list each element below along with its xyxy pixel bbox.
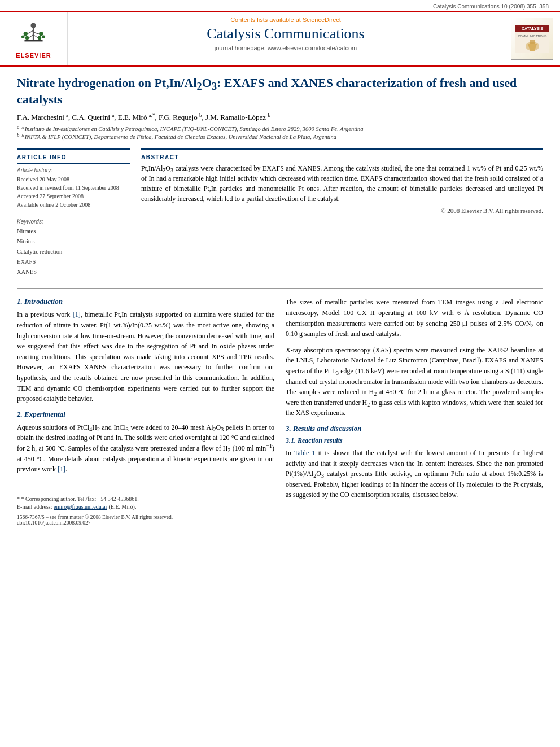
keywords-list: Nitrates Nitrites Catalytic reduction EX… — [17, 226, 130, 277]
keyword-5: XANES — [17, 267, 130, 277]
received-date: Received 20 May 2008 — [17, 175, 130, 184]
right-para-1: The sizes of metallic particles were mea… — [286, 297, 543, 339]
info-dates: Received 20 May 2008 Received in revised… — [17, 175, 130, 209]
experimental-title: 2. Experimental — [17, 410, 274, 419]
left-col: ARTICLE INFO Article history: Received 2… — [17, 148, 130, 277]
svg-point-10 — [38, 36, 41, 39]
svg-text:COMMUNICATIONS: COMMUNICATIONS — [518, 34, 546, 38]
affiliation-b: b ᵇ INFTA & IFLP (CONICET), Departamento… — [17, 133, 543, 140]
copyright-text: 1566-7367/$ – see front matter © 2008 El… — [17, 514, 274, 520]
elsevier-logo: ELSEVIER — [16, 19, 51, 59]
abstract-section: ABSTRACT Pt,In/Al2O3 catalysts were char… — [141, 148, 543, 214]
accepted-date: Accepted 27 September 2008 — [17, 192, 130, 200]
keyword-4: EXAFS — [17, 257, 130, 267]
affiliations: a ᵃ Instituto de Investigaciones en Catá… — [17, 125, 543, 140]
right-para-2: X-ray absorption spectroscopy (XAS) spec… — [286, 345, 543, 418]
page-wrapper: Catalysis Communications 10 (2008) 355–3… — [0, 0, 560, 747]
article-title: Nitrate hydrogenation on Pt,In/Al2O3: EX… — [17, 75, 543, 107]
article-info-section: ARTICLE INFO Article history: Received 2… — [17, 148, 130, 277]
keyword-3: Catalytic reduction — [17, 247, 130, 257]
svg-rect-18 — [530, 40, 535, 44]
intro-text: In a previous work [1], bimetallic Pt,In… — [17, 309, 274, 404]
catalysis-logo: CATALYSIS COMMUNICATIONS — [511, 18, 553, 60]
right-col: ABSTRACT Pt,In/Al2O3 catalysts were char… — [141, 148, 543, 277]
header-section: ELSEVIER Contents lists available at Sci… — [0, 11, 560, 67]
authors-line: F.A. Marchesini a, C.A. Querini a, E.E. … — [17, 113, 543, 122]
results-title: 3. Results and discussion — [286, 424, 543, 433]
info-divider — [17, 163, 130, 164]
journal-homepage: journal homepage: www.elsevier.com/locat… — [73, 45, 498, 51]
svg-text:CATALYSIS: CATALYSIS — [522, 27, 543, 30]
available-date: Available online 2 October 2008 — [17, 200, 130, 209]
abstract-text: Pt,In/Al2O3 catalysts were characterized… — [141, 163, 543, 204]
svg-point-1 — [30, 23, 36, 28]
history-label: Article history: — [17, 167, 130, 173]
catalysis-logo-image: CATALYSIS COMMUNICATIONS — [515, 25, 549, 53]
intro-title: 1. Introduction — [17, 297, 274, 306]
footnotes-section: * * Corresponding author. Tel./fax: +54 … — [17, 492, 274, 510]
svg-point-8 — [39, 32, 43, 36]
doi-text: doi:10.1016/j.catcom.2008.09.027 — [17, 520, 274, 526]
elsevier-logo-container: ELSEVIER — [0, 12, 68, 65]
article-info-header: ARTICLE INFO — [17, 154, 130, 160]
results-subsection-title: 3.1. Reaction results — [286, 436, 543, 445]
svg-rect-0 — [24, 40, 42, 41]
sciencedirect-line: Contents lists available at ScienceDirec… — [73, 16, 498, 23]
ref-1: [1] — [73, 311, 81, 318]
svg-point-12 — [42, 35, 46, 38]
contents-label: Contents lists available at — [230, 16, 303, 23]
abstract-copyright: © 2008 Elsevier B.V. All rights reserved… — [141, 207, 543, 214]
email-footnote: E-mail address: emiro@fiqus.unl.edu.ar (… — [17, 504, 274, 510]
footnote-star: * — [17, 496, 21, 502]
journal-title: Catalysis Communications — [73, 25, 498, 42]
email-address[interactable]: emiro@fiqus.unl.edu.ar — [54, 504, 107, 510]
journal-ref: Catalysis Communications 10 (2008) 355–3… — [433, 3, 549, 10]
corresponding-author-footnote: * * Corresponding author. Tel./fax: +54 … — [17, 496, 274, 502]
main-content: 1. Introduction In a previous work [1], … — [17, 288, 543, 525]
svg-point-9 — [25, 36, 29, 39]
affiliation-a: a ᵃ Instituto de Investigaciones en Catá… — [17, 125, 543, 132]
svg-point-7 — [24, 32, 28, 36]
catalysis-logo-container: CATALYSIS COMMUNICATIONS — [504, 12, 560, 65]
content-two-col: 1. Introduction In a previous work [1], … — [17, 297, 543, 525]
keyword-2: Nitrites — [17, 237, 130, 247]
keywords-divider — [17, 215, 130, 215]
header-center: Contents lists available at ScienceDirec… — [68, 12, 504, 65]
journal-ref-bar: Catalysis Communications 10 (2008) 355–3… — [0, 0, 560, 11]
received-revised-date: Received in revised form 11 September 20… — [17, 184, 130, 192]
sciencedirect-link-text[interactable]: ScienceDirect — [303, 16, 341, 23]
experimental-text: Aqueous solutions of PtCl4H2 and InCl3 w… — [17, 422, 274, 475]
content-right: The sizes of metallic particles were mea… — [286, 297, 543, 525]
keyword-1: Nitrates — [17, 226, 130, 237]
svg-point-11 — [21, 35, 25, 38]
table-ref: Table 1 — [294, 449, 316, 457]
article-body: Nitrate hydrogenation on Pt,In/Al2O3: EX… — [0, 67, 560, 534]
elsevier-text: ELSEVIER — [16, 52, 51, 59]
content-left: 1. Introduction In a previous work [1], … — [17, 297, 274, 525]
results-text: In Table 1 it is shown that the catalyst… — [286, 448, 543, 500]
copyright-footer: 1566-7367/$ – see front matter © 2008 El… — [17, 514, 274, 526]
info-abstract-cols: ARTICLE INFO Article history: Received 2… — [17, 148, 543, 277]
keywords-label: Keywords: — [17, 219, 130, 225]
ref-1b: [1] — [58, 465, 65, 473]
elsevier-tree-icon — [18, 19, 49, 50]
abstract-header: ABSTRACT — [141, 154, 543, 160]
keywords-section: Keywords: Nitrates Nitrites Catalytic re… — [17, 215, 130, 277]
